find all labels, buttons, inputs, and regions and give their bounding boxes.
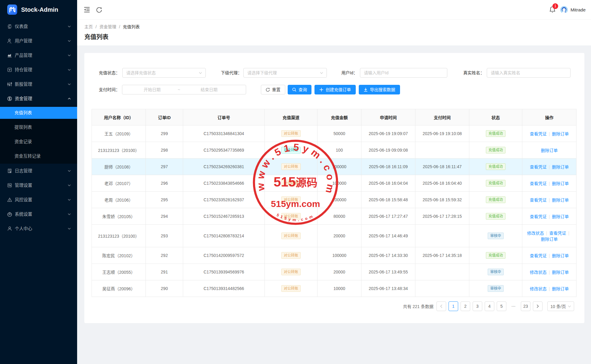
svg-text:515ym.com: 515ym.com	[271, 199, 320, 209]
svg-text:515源码: 515源码	[274, 174, 317, 189]
